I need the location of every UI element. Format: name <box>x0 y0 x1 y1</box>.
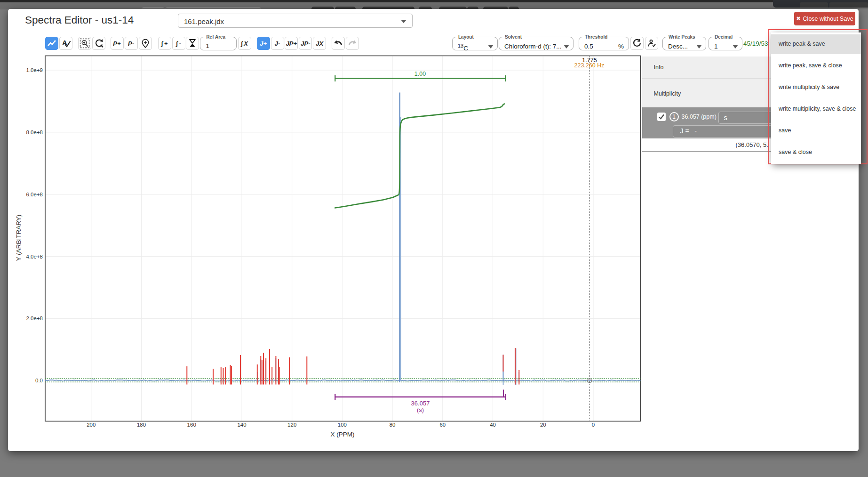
svg-text:160: 160 <box>187 422 196 428</box>
svg-text:40: 40 <box>490 422 496 428</box>
svg-text:60: 60 <box>439 422 446 428</box>
svg-text:100: 100 <box>338 422 347 428</box>
svg-text:Y (ARBITRARY): Y (ARBITRARY) <box>15 215 22 261</box>
svg-text:200: 200 <box>87 422 96 428</box>
svg-text:6.0e+8: 6.0e+8 <box>26 192 43 197</box>
svg-text:X (PPM): X (PPM) <box>330 431 354 438</box>
svg-text:2.0e+8: 2.0e+8 <box>26 315 43 321</box>
svg-text:0: 0 <box>592 422 595 428</box>
svg-text:223.260 Hz: 223.260 Hz <box>574 62 605 69</box>
svg-text:140: 140 <box>237 422 246 428</box>
svg-text:1.0e+9: 1.0e+9 <box>26 67 43 73</box>
svg-text:1.00: 1.00 <box>414 71 426 77</box>
svg-text:0.0: 0.0 <box>35 378 43 383</box>
svg-text:4.0e+8: 4.0e+8 <box>26 254 43 259</box>
svg-text:180: 180 <box>137 422 146 428</box>
svg-text:80: 80 <box>390 422 396 428</box>
svg-text:120: 120 <box>287 422 296 428</box>
svg-text:(s): (s) <box>417 406 424 413</box>
svg-text:36.057: 36.057 <box>411 400 430 407</box>
svg-text:8.0e+8: 8.0e+8 <box>26 129 43 135</box>
svg-text:20: 20 <box>540 422 546 428</box>
